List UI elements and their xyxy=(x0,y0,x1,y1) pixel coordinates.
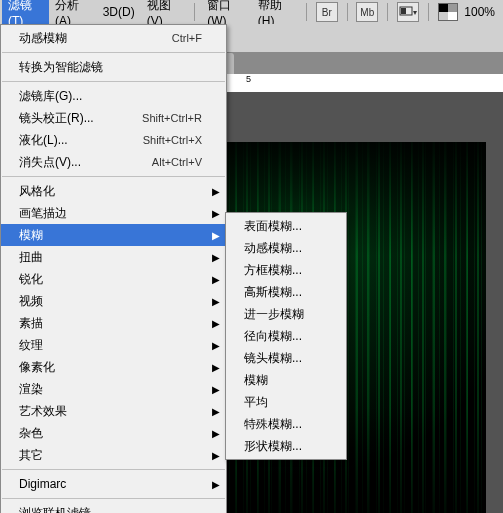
menu-item-label: 锐化 xyxy=(19,271,43,288)
filter-menu-item[interactable]: 动感模糊Ctrl+F xyxy=(1,27,226,49)
zoom-level[interactable]: 100% xyxy=(458,5,501,19)
menu-item-label: 径向模糊... xyxy=(244,328,302,345)
blur-menu-item[interactable]: 平均 xyxy=(226,391,346,413)
menu-shortcut: Ctrl+F xyxy=(172,32,202,44)
menu-item-label: 方框模糊... xyxy=(244,262,302,279)
menu-item-label: 视频 xyxy=(19,293,43,310)
ruler-mark: 5 xyxy=(246,74,251,84)
filter-menu-item[interactable]: Digimarc▶ xyxy=(1,473,226,495)
submenu-arrow-icon: ▶ xyxy=(212,252,220,263)
menu-item-label: 扭曲 xyxy=(19,249,43,266)
menu-item-label: 特殊模糊... xyxy=(244,416,302,433)
divider xyxy=(347,3,348,21)
filter-menu-item[interactable]: 风格化▶ xyxy=(1,180,226,202)
submenu-arrow-icon: ▶ xyxy=(212,296,220,307)
menu-item-label: 镜头模糊... xyxy=(244,350,302,367)
menu-item-label: 液化(L)... xyxy=(19,132,68,149)
menu-item-label: 模糊 xyxy=(19,227,43,244)
blur-menu-item[interactable]: 进一步模糊 xyxy=(226,303,346,325)
submenu-arrow-icon: ▶ xyxy=(212,406,220,417)
filter-menu-item[interactable]: 纹理▶ xyxy=(1,334,226,356)
submenu-arrow-icon: ▶ xyxy=(212,230,220,241)
menu-item-label: 进一步模糊 xyxy=(244,306,304,323)
blur-menu-item[interactable]: 形状模糊... xyxy=(226,435,346,457)
submenu-arrow-icon: ▶ xyxy=(212,479,220,490)
divider xyxy=(194,3,195,21)
blur-menu-item[interactable]: 模糊 xyxy=(226,369,346,391)
filter-menu-item[interactable]: 消失点(V)...Alt+Ctrl+V xyxy=(1,151,226,173)
divider xyxy=(428,3,429,21)
menu-item-label: 艺术效果 xyxy=(19,403,67,420)
bridge-button[interactable]: Br xyxy=(316,2,338,22)
menu-item-label: 纹理 xyxy=(19,337,43,354)
blur-menu-item[interactable]: 径向模糊... xyxy=(226,325,346,347)
menu-item-label: Digimarc xyxy=(19,477,66,491)
menu-item-label: 动感模糊... xyxy=(244,240,302,257)
menu-item-label: 素描 xyxy=(19,315,43,332)
filter-menu-item[interactable]: 素描▶ xyxy=(1,312,226,334)
filter-menu-item[interactable]: 转换为智能滤镜 xyxy=(1,56,226,78)
filter-menu-item[interactable]: 渲染▶ xyxy=(1,378,226,400)
filter-menu-item[interactable]: 模糊▶ xyxy=(1,224,226,246)
filter-menu-item[interactable]: 其它▶ xyxy=(1,444,226,466)
palette-icon[interactable] xyxy=(438,3,458,21)
menu-shortcut: Shift+Ctrl+X xyxy=(143,134,202,146)
submenu-arrow-icon: ▶ xyxy=(212,186,220,197)
filter-menu-item[interactable]: 扭曲▶ xyxy=(1,246,226,268)
submenu-arrow-icon: ▶ xyxy=(212,362,220,373)
menu-item-label: 杂色 xyxy=(19,425,43,442)
filter-menu-item[interactable]: 视频▶ xyxy=(1,290,226,312)
submenu-arrow-icon: ▶ xyxy=(212,274,220,285)
menu-item-label: 高斯模糊... xyxy=(244,284,302,301)
menu-item-label: 画笔描边 xyxy=(19,205,67,222)
menu-item-label: 转换为智能滤镜 xyxy=(19,59,103,76)
menu-item-label: 渲染 xyxy=(19,381,43,398)
menu-item-label: 模糊 xyxy=(244,372,268,389)
menu-item-label: 滤镜库(G)... xyxy=(19,88,82,105)
menu-item-label: 镜头校正(R)... xyxy=(19,110,94,127)
menu-item-label: 像素化 xyxy=(19,359,55,376)
filter-menu: 动感模糊Ctrl+F转换为智能滤镜滤镜库(G)...镜头校正(R)...Shif… xyxy=(0,24,227,513)
blur-menu-item[interactable]: 特殊模糊... xyxy=(226,413,346,435)
menu-3d[interactable]: 3D(D) xyxy=(97,3,141,21)
blur-menu-item[interactable]: 镜头模糊... xyxy=(226,347,346,369)
blur-submenu: 表面模糊...动感模糊...方框模糊...高斯模糊...进一步模糊径向模糊...… xyxy=(225,212,347,460)
menu-shortcut: Alt+Ctrl+V xyxy=(152,156,202,168)
menu-item-label: 其它 xyxy=(19,447,43,464)
menu-bar: 滤镜(T) 分析(A) 3D(D) 视图(V) 窗口(W) 帮助(H) Br M… xyxy=(0,0,503,25)
submenu-arrow-icon: ▶ xyxy=(212,450,220,461)
submenu-arrow-icon: ▶ xyxy=(212,428,220,439)
filter-menu-item[interactable]: 锐化▶ xyxy=(1,268,226,290)
filter-menu-item[interactable]: 像素化▶ xyxy=(1,356,226,378)
divider xyxy=(306,3,307,21)
blur-menu-item[interactable]: 方框模糊... xyxy=(226,259,346,281)
menu-item-label: 风格化 xyxy=(19,183,55,200)
submenu-arrow-icon: ▶ xyxy=(212,208,220,219)
submenu-arrow-icon: ▶ xyxy=(212,318,220,329)
menu-item-label: 平均 xyxy=(244,394,268,411)
filter-menu-item[interactable]: 滤镜库(G)... xyxy=(1,85,226,107)
menu-item-label: 形状模糊... xyxy=(244,438,302,455)
submenu-arrow-icon: ▶ xyxy=(212,340,220,351)
menu-item-label: 浏览联机滤镜... xyxy=(19,505,101,514)
menu-shortcut: Shift+Ctrl+R xyxy=(142,112,202,124)
blur-menu-item[interactable]: 动感模糊... xyxy=(226,237,346,259)
blur-menu-item[interactable]: 表面模糊... xyxy=(226,215,346,237)
filter-menu-item[interactable]: 画笔描边▶ xyxy=(1,202,226,224)
minibridge-button[interactable]: Mb xyxy=(356,2,378,22)
submenu-arrow-icon: ▶ xyxy=(212,384,220,395)
menu-item-label: 动感模糊 xyxy=(19,30,67,47)
filter-menu-item[interactable]: 杂色▶ xyxy=(1,422,226,444)
screen-icon xyxy=(399,5,413,19)
filter-menu-item[interactable]: 液化(L)...Shift+Ctrl+X xyxy=(1,129,226,151)
svg-rect-1 xyxy=(401,8,406,14)
filter-menu-item[interactable]: 浏览联机滤镜... xyxy=(1,502,226,513)
menu-item-label: 表面模糊... xyxy=(244,218,302,235)
filter-menu-item[interactable]: 镜头校正(R)...Shift+Ctrl+R xyxy=(1,107,226,129)
divider xyxy=(387,3,388,21)
blur-menu-item[interactable]: 高斯模糊... xyxy=(226,281,346,303)
filter-menu-item[interactable]: 艺术效果▶ xyxy=(1,400,226,422)
menu-item-label: 消失点(V)... xyxy=(19,154,81,171)
screen-mode-button[interactable]: ▾ xyxy=(397,2,419,22)
